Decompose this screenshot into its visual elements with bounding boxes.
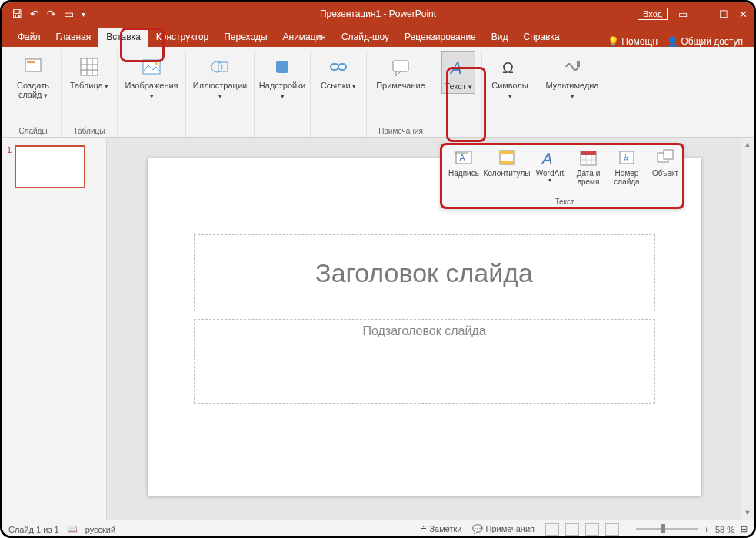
svg-text:A: A bbox=[541, 150, 552, 167]
normal-view-icon[interactable] bbox=[545, 523, 559, 536]
comment-icon bbox=[388, 55, 413, 79]
media-icon bbox=[560, 55, 584, 79]
fit-to-window-icon[interactable]: ⊞ bbox=[741, 524, 748, 534]
svg-rect-24 bbox=[500, 161, 514, 164]
scroll-up-icon[interactable]: ▲ bbox=[744, 141, 751, 148]
zoom-level[interactable]: 58 % bbox=[715, 525, 734, 534]
table-button[interactable]: Таблица bbox=[68, 51, 111, 92]
svg-rect-1 bbox=[27, 61, 35, 63]
svg-text:#: # bbox=[624, 153, 629, 164]
svg-rect-14 bbox=[393, 61, 408, 71]
new-slide-button[interactable]: Создать слайд bbox=[12, 51, 55, 101]
addins-icon bbox=[270, 55, 295, 79]
tab-review[interactable]: Рецензирование bbox=[397, 28, 484, 47]
undo-icon[interactable]: ↶ bbox=[30, 8, 39, 20]
header-footer-icon bbox=[497, 148, 517, 168]
tab-file[interactable]: Файл bbox=[10, 28, 48, 47]
text-gallery-popup: A Надпись Колонтитулы A WordArt▾ Дата и … bbox=[441, 144, 684, 208]
slide-number-button[interactable]: # Номер слайда bbox=[608, 148, 646, 198]
svg-rect-13 bbox=[338, 64, 346, 70]
thumbnail-number: 1 bbox=[7, 145, 12, 154]
slide[interactable]: Заголовок слайда Подзаголовок слайда bbox=[148, 158, 701, 496]
object-button[interactable]: Объект bbox=[646, 148, 684, 198]
svg-rect-23 bbox=[500, 151, 514, 154]
comments-button[interactable]: 💬 Примечания bbox=[472, 524, 535, 534]
thumbnail-pane: 1 bbox=[2, 138, 107, 520]
sign-in-button[interactable]: Вход bbox=[638, 8, 668, 20]
slide-counter[interactable]: Слайд 1 из 1 bbox=[8, 525, 59, 534]
vertical-scrollbar[interactable]: ▲ ▼ bbox=[741, 138, 754, 520]
subtitle-placeholder[interactable]: Подзаголовок слайда bbox=[194, 319, 655, 404]
slideshow-view-icon[interactable] bbox=[605, 523, 619, 536]
maximize-icon[interactable]: ☐ bbox=[719, 8, 728, 20]
illustrations-button[interactable]: Иллюстрации bbox=[192, 51, 248, 102]
links-button[interactable]: Ссылки bbox=[317, 51, 360, 92]
status-bar: Слайд 1 из 1 📖 русский ≐ Заметки 💬 Приме… bbox=[2, 520, 754, 538]
svg-rect-18 bbox=[577, 61, 580, 67]
svg-rect-7 bbox=[143, 60, 160, 74]
tab-slideshow[interactable]: Слайд-шоу bbox=[334, 28, 397, 47]
share-button[interactable]: 👤 Общий доступ bbox=[667, 36, 743, 47]
tab-design[interactable]: Конструктор bbox=[148, 28, 216, 47]
svg-point-9 bbox=[211, 61, 222, 72]
text-icon: A bbox=[446, 55, 471, 80]
svg-marker-15 bbox=[396, 71, 401, 76]
wordart-button[interactable]: A WordArt▾ bbox=[531, 148, 569, 198]
qat-dropdown-icon[interactable]: ▾ bbox=[82, 10, 85, 18]
svg-point-8 bbox=[155, 62, 158, 65]
new-slide-icon bbox=[21, 55, 45, 79]
illustrations-icon bbox=[208, 55, 232, 79]
tab-help[interactable]: Справка bbox=[515, 28, 567, 47]
save-icon[interactable]: 🖫 bbox=[12, 8, 22, 20]
language-indicator[interactable]: русский bbox=[85, 525, 115, 534]
minimize-icon[interactable]: — bbox=[698, 8, 708, 20]
tell-me[interactable]: 💡 Помощн bbox=[608, 36, 658, 47]
window-title: Презентация1 - PowerPoint bbox=[320, 8, 436, 19]
tab-view[interactable]: Вид bbox=[484, 28, 516, 47]
textbox-icon: A bbox=[454, 148, 474, 168]
svg-rect-2 bbox=[81, 58, 98, 75]
tab-insert[interactable]: Вставка bbox=[98, 28, 148, 47]
reading-view-icon[interactable] bbox=[585, 523, 599, 536]
title-bar: 🖫 ↶ ↷ ▭ ▾ Презентация1 - PowerPoint Вход… bbox=[2, 2, 754, 25]
slide-number-icon: # bbox=[617, 148, 637, 168]
header-footer-button[interactable]: Колонтитулы bbox=[483, 148, 531, 198]
notes-button[interactable]: ≐ Заметки bbox=[420, 524, 461, 534]
textbox-button[interactable]: A Надпись bbox=[445, 148, 483, 198]
slide-sorter-view-icon[interactable] bbox=[565, 523, 579, 536]
ribbon: Создать слайд Слайды Таблица Таблицы Изо… bbox=[2, 47, 754, 138]
svg-rect-10 bbox=[218, 62, 228, 71]
zoom-in-icon[interactable]: + bbox=[704, 525, 708, 534]
media-button[interactable]: Мультимедиа bbox=[545, 51, 600, 102]
tab-animations[interactable]: Анимация bbox=[275, 28, 334, 47]
comment-button[interactable]: Примечание bbox=[373, 51, 428, 91]
date-time-icon bbox=[578, 148, 598, 168]
svg-text:A: A bbox=[449, 58, 462, 78]
images-button[interactable]: Изображения bbox=[124, 51, 179, 102]
spellcheck-icon[interactable]: 📖 bbox=[67, 524, 78, 534]
ribbon-tabs: Файл Главная Вставка Конструктор Переход… bbox=[2, 25, 754, 47]
svg-text:A: A bbox=[459, 153, 465, 164]
scroll-down-icon[interactable]: ▼ bbox=[744, 509, 751, 516]
symbols-button[interactable]: Ω Символы bbox=[488, 51, 531, 102]
start-from-beginning-icon[interactable]: ▭ bbox=[64, 8, 74, 20]
group-slides-label: Слайды bbox=[18, 127, 47, 135]
tab-home[interactable]: Главная bbox=[48, 28, 99, 47]
group-comments-label: Примечания bbox=[378, 127, 423, 135]
date-time-button[interactable]: Дата и время bbox=[569, 148, 608, 198]
tab-transitions[interactable]: Переходы bbox=[216, 28, 275, 47]
text-button[interactable]: A Текст bbox=[441, 51, 475, 94]
title-placeholder[interactable]: Заголовок слайда bbox=[194, 234, 655, 311]
addins-button[interactable]: Надстройки bbox=[261, 51, 304, 102]
wordart-icon: A bbox=[540, 148, 560, 168]
links-icon bbox=[326, 55, 351, 79]
object-icon bbox=[655, 148, 675, 168]
zoom-slider[interactable] bbox=[636, 528, 698, 530]
svg-rect-11 bbox=[276, 61, 288, 73]
zoom-out-icon[interactable]: − bbox=[625, 525, 630, 534]
close-icon[interactable]: ✕ bbox=[739, 8, 748, 20]
slide-thumbnail-1[interactable] bbox=[15, 145, 85, 188]
svg-rect-34 bbox=[664, 150, 673, 159]
ribbon-display-options-icon[interactable]: ▭ bbox=[678, 8, 688, 20]
redo-icon[interactable]: ↷ bbox=[47, 8, 56, 20]
